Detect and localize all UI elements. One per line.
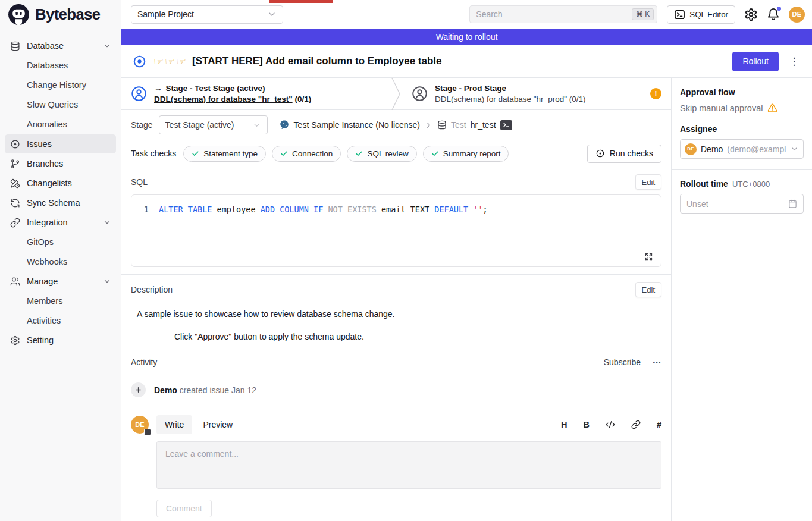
assignee-email: (demo@example <box>727 145 786 154</box>
sidebar-item-label: Slow Queries <box>27 100 78 109</box>
database-link[interactable]: hr_test <box>471 120 496 130</box>
check-pill-statement-type[interactable]: Statement type <box>183 146 266 162</box>
check-pill-summary-report[interactable]: Summary report <box>423 146 509 162</box>
tab-write[interactable]: Write <box>156 415 192 434</box>
rollout-button[interactable]: Rollout <box>732 52 779 71</box>
stage-name-link[interactable]: Stage - Test Stage (active) <box>166 84 265 93</box>
sql-edit-button[interactable]: Edit <box>635 174 661 190</box>
sidebar-item-setting[interactable]: Setting <box>5 331 116 350</box>
activity-user[interactable]: Demo <box>154 385 177 395</box>
sidebar-item-anomalies[interactable]: Anomalies <box>5 115 116 134</box>
stage-task-link[interactable]: DDL(schema) for database "hr_test" <box>154 95 293 103</box>
activity-more-menu[interactable]: ⋯ <box>653 357 661 367</box>
sidebar-item-branches[interactable]: Branches <box>5 154 116 173</box>
sidebar-item-database[interactable]: Database <box>5 36 116 55</box>
run-checks-button[interactable]: Run checks <box>587 145 661 163</box>
search-shortcut-badge: ⌘ K <box>632 8 654 20</box>
sidebar-item-members[interactable]: Members <box>5 291 116 310</box>
check-pill-connection[interactable]: Connection <box>272 146 341 162</box>
rollout-time-title: Rollout time <box>680 179 728 189</box>
search-input[interactable]: Search ⌘ K <box>469 5 657 23</box>
description-title: Description <box>131 285 173 294</box>
user-avatar[interactable]: DE <box>789 7 805 23</box>
notifications-bell-button[interactable] <box>767 8 780 21</box>
settings-gear-button[interactable] <box>744 8 758 21</box>
rollout-time-placeholder: Unset <box>686 199 708 209</box>
stage-name: Stage - Prod Stage <box>435 84 506 93</box>
issue-status-icon <box>133 55 146 68</box>
bytebase-logo-icon <box>8 4 30 26</box>
sidebar-item-integration[interactable]: Integration <box>5 213 116 232</box>
sidebar-item-label: Issues <box>27 139 52 149</box>
sidebar-item-label: Setting <box>27 335 54 345</box>
sql-code-block: 1 ALTER TABLE employee ADD COLUMN IF NOT… <box>131 194 661 267</box>
sidebar-item-manage[interactable]: Manage <box>5 272 116 291</box>
active-stage-arrow: → <box>154 83 162 94</box>
description-edit-button[interactable]: Edit <box>635 282 661 297</box>
hash-format-icon[interactable]: # <box>657 420 661 429</box>
sidebar-item-activities[interactable]: Activities <box>5 311 116 330</box>
search-placeholder: Search <box>476 10 502 19</box>
warning-triangle-icon <box>767 103 777 113</box>
sidebar-item-changelists[interactable]: Changelists <box>5 174 116 193</box>
sidebar-item-databases[interactable]: Databases <box>5 56 116 75</box>
check-pill-label: Statement type <box>203 149 258 158</box>
issue-main: →Stage - Test Stage (active) DDL(schema)… <box>121 78 671 521</box>
description-section: Description Edit A sample issue to showc… <box>121 274 671 341</box>
code-format-icon[interactable] <box>606 420 615 429</box>
description-line1: A sample issue to showcase how to review… <box>137 309 661 319</box>
sidebar-item-sync-schema[interactable]: Sync Schema <box>5 193 116 212</box>
sidebar-item-label: Databases <box>27 61 68 70</box>
postgresql-icon <box>279 120 290 130</box>
check-icon <box>355 150 363 158</box>
check-pill-sql-review[interactable]: SQL review <box>347 146 416 162</box>
sidebar-item-webhooks[interactable]: Webhooks <box>5 252 116 271</box>
sidebar-item-slow-queries[interactable]: Slow Queries <box>5 95 116 114</box>
sidebar-item-label: Database <box>27 41 64 51</box>
heading-format-icon[interactable]: H <box>561 420 567 429</box>
kebab-menu-icon[interactable]: ⋮ <box>786 55 802 68</box>
rollout-time-input[interactable]: Unset <box>680 194 804 214</box>
run-checks-label: Run checks <box>610 149 653 158</box>
comment-editor-header: DE Write Preview H B # <box>131 415 661 434</box>
stage-task: DDL(schema) for database "hr_prod" <box>435 95 567 103</box>
stage-task-count: (0/1) <box>569 95 586 103</box>
stage-selector-row: Stage Test Stage (active) Test Sample In… <box>121 110 671 140</box>
issue-icon <box>10 139 20 149</box>
check-pill-label: SQL review <box>367 149 408 158</box>
comment-submit-button[interactable]: Comment <box>156 500 212 517</box>
chevron-down-icon <box>103 42 111 50</box>
tab-preview[interactable]: Preview <box>195 415 241 434</box>
sidebar-item-label: Anomalies <box>27 120 67 129</box>
sidebar-item-label: Members <box>27 296 62 306</box>
sidebar-item-issues[interactable]: Issues <box>5 134 116 153</box>
panel-divider <box>672 169 812 170</box>
database-icon <box>10 41 20 51</box>
brand-logo[interactable]: Bytebase <box>0 0 121 29</box>
users-icon <box>10 277 20 287</box>
terminal-icon <box>674 9 685 20</box>
bold-format-icon[interactable]: B <box>583 420 589 429</box>
comment-textarea[interactable] <box>156 441 661 489</box>
task-checks-row: Task checks Statement type Connection SQ… <box>121 140 671 167</box>
sync-icon <box>10 198 20 208</box>
open-sql-editor-icon[interactable] <box>500 120 512 130</box>
subscribe-button[interactable]: Subscribe <box>604 357 641 367</box>
stage-select-value: Test Stage (active) <box>165 120 234 130</box>
brand-name: Bytebase <box>35 5 100 24</box>
stage-card-prod[interactable]: Stage - Prod Stage DDL(schema) for datab… <box>402 78 671 109</box>
sidebar-item-change-history[interactable]: Change History <box>5 76 116 95</box>
sidebar-item-label: Activities <box>27 316 61 325</box>
sql-editor-button[interactable]: SQL Editor <box>667 5 735 24</box>
activity-date: Jan 12 <box>231 385 256 395</box>
stage-card-test[interactable]: →Stage - Test Stage (active) DDL(schema)… <box>121 78 390 109</box>
instance-link[interactable]: Test Sample Instance (No license) <box>294 120 420 130</box>
stage-select[interactable]: Test Stage (active) <box>159 115 268 134</box>
project-select[interactable]: Sample Project <box>131 5 283 24</box>
sidebar-item-gitops[interactable]: GitOps <box>5 233 116 252</box>
assignee-select[interactable]: DE Demo (demo@example <box>680 139 804 159</box>
expand-fullscreen-icon[interactable] <box>644 252 653 261</box>
link-format-icon[interactable] <box>631 420 641 429</box>
activity-divider <box>131 374 661 374</box>
stage-strip: →Stage - Test Stage (active) DDL(schema)… <box>121 78 671 110</box>
